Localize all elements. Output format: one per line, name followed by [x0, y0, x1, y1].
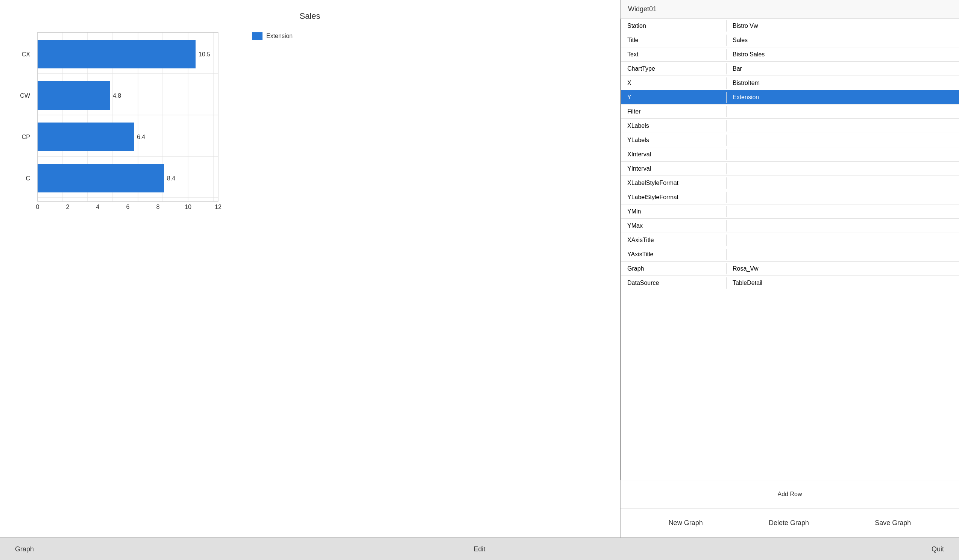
prop-row-yinterval[interactable]: YInterval [621, 162, 959, 176]
prop-value-xlabelstyleformat [726, 181, 959, 185]
prop-key-station: Station [621, 20, 726, 32]
props-panel: Widget01 Station Bistro Vw Title Sales T… [621, 0, 959, 538]
bottom-buttons: New Graph Delete Graph Save Graph [621, 508, 959, 538]
prop-value-yinterval [726, 167, 959, 171]
bar-c-label: C [25, 175, 30, 181]
x-tick-6: 6 [126, 204, 130, 210]
save-graph-button[interactable]: Save Graph [867, 516, 918, 530]
prop-row-text[interactable]: Text Bistro Sales [621, 47, 959, 62]
prop-value-graph: Rosa_Vw [726, 263, 959, 274]
status-quit[interactable]: Quit [634, 545, 944, 553]
bar-cp [38, 123, 134, 151]
x-tick-8: 8 [156, 204, 160, 210]
prop-key-ylabels: YLabels [621, 135, 726, 146]
prop-key-yaxistitle: YAxisTitle [621, 249, 726, 260]
legend-area: Extension [252, 29, 293, 40]
prop-key-text: Text [621, 49, 726, 60]
prop-value-x: BistroItem [726, 78, 959, 89]
prop-value-y: Extension [726, 92, 959, 103]
prop-row-xlabelstyleformat[interactable]: XLabelStyleFormat [621, 176, 959, 190]
prop-value-filter [726, 109, 959, 114]
prop-key-ymax: YMax [621, 220, 726, 232]
prop-row-x[interactable]: X BistroItem [621, 76, 959, 90]
prop-key-xlabels: XLabels [621, 120, 726, 132]
prop-key-x: X [621, 78, 726, 89]
widget-title: Widget01 [621, 0, 959, 19]
legend-color-box [252, 32, 263, 40]
prop-value-datasource: TableDetail [726, 277, 959, 289]
prop-row-yaxistitle[interactable]: YAxisTitle [621, 247, 959, 262]
x-tick-2: 2 [66, 204, 70, 210]
bar-c [38, 164, 164, 192]
legend-label: Extension [266, 33, 293, 40]
x-tick-0: 0 [36, 204, 40, 210]
bar-cp-label: CP [22, 134, 30, 140]
prop-value-xinterval [726, 152, 959, 157]
prop-value-xaxistitle [726, 238, 959, 242]
status-graph[interactable]: Graph [15, 545, 325, 553]
prop-key-yinterval: YInterval [621, 163, 726, 174]
prop-key-ylabelstyleformat: YLabelStyleFormat [621, 192, 726, 203]
prop-row-y[interactable]: Y Extension [621, 90, 959, 105]
add-row-button[interactable]: Add Row [770, 488, 810, 501]
prop-row-filter[interactable]: Filter [621, 105, 959, 119]
prop-value-station: Bistro Vw [726, 20, 959, 32]
prop-value-charttype: Bar [726, 63, 959, 75]
prop-key-y: Y [621, 92, 726, 103]
props-table: Station Bistro Vw Title Sales Text Bistr… [621, 19, 959, 480]
prop-row-ymax[interactable]: YMax [621, 219, 959, 233]
chart-panel: Sales [0, 0, 621, 538]
bar-cw-label: CW [20, 92, 30, 99]
prop-row-charttype[interactable]: ChartType Bar [621, 62, 959, 76]
prop-value-text: Bistro Sales [726, 49, 959, 60]
bar-cw-value: 4.8 [113, 92, 121, 99]
prop-row-datasource[interactable]: DataSource TableDetail [621, 276, 959, 290]
bar-cx-value: 10.5 [199, 51, 210, 57]
prop-value-ymax [726, 224, 959, 228]
status-bar: Graph Edit Quit [0, 538, 959, 560]
prop-key-ymin: YMin [621, 206, 726, 217]
bar-cx-label: CX [22, 51, 30, 57]
prop-row-ylabels[interactable]: YLabels [621, 133, 959, 147]
prop-key-charttype: ChartType [621, 63, 726, 75]
prop-row-xinterval[interactable]: XInterval [621, 147, 959, 162]
prop-row-xlabels[interactable]: XLabels [621, 119, 959, 133]
prop-key-title: Title [621, 35, 726, 46]
prop-key-xlabelstyleformat: XLabelStyleFormat [621, 177, 726, 189]
bar-chart-svg: 10.5 CX 4.8 CW 6.4 CP 8.4 C 0 [15, 29, 241, 224]
chart-with-legend: 10.5 CX 4.8 CW 6.4 CP 8.4 C 0 [15, 29, 605, 224]
props-actions: Add Row [621, 480, 959, 508]
x-tick-12: 12 [215, 204, 221, 210]
bar-cw [38, 81, 110, 110]
prop-key-xaxistitle: XAxisTitle [621, 234, 726, 246]
prop-value-ylabelstyleformat [726, 195, 959, 200]
prop-row-station[interactable]: Station Bistro Vw [621, 19, 959, 33]
delete-graph-button[interactable]: Delete Graph [761, 516, 816, 530]
bar-cx [38, 40, 196, 68]
bar-c-value: 8.4 [167, 175, 175, 181]
x-tick-4: 4 [96, 204, 100, 210]
prop-key-datasource: DataSource [621, 277, 726, 289]
new-graph-button[interactable]: New Graph [661, 516, 710, 530]
prop-value-title: Sales [726, 35, 959, 46]
prop-value-ymin [726, 209, 959, 214]
chart-svg-container: 10.5 CX 4.8 CW 6.4 CP 8.4 C 0 [15, 29, 241, 224]
main-content: Sales [0, 0, 959, 538]
prop-value-ylabels [726, 138, 959, 142]
x-tick-10: 10 [185, 204, 191, 210]
chart-title: Sales [15, 11, 605, 21]
prop-value-xlabels [726, 124, 959, 128]
prop-key-graph: Graph [621, 263, 726, 274]
prop-key-xinterval: XInterval [621, 149, 726, 160]
prop-row-graph[interactable]: Graph Rosa_Vw [621, 262, 959, 276]
status-edit[interactable]: Edit [325, 545, 634, 553]
prop-row-ylabelstyleformat[interactable]: YLabelStyleFormat [621, 190, 959, 204]
prop-key-filter: Filter [621, 106, 726, 117]
bar-cp-value: 6.4 [137, 134, 145, 140]
prop-row-xaxistitle[interactable]: XAxisTitle [621, 233, 959, 247]
prop-row-title[interactable]: Title Sales [621, 33, 959, 47]
prop-value-yaxistitle [726, 252, 959, 257]
prop-row-ymin[interactable]: YMin [621, 204, 959, 219]
